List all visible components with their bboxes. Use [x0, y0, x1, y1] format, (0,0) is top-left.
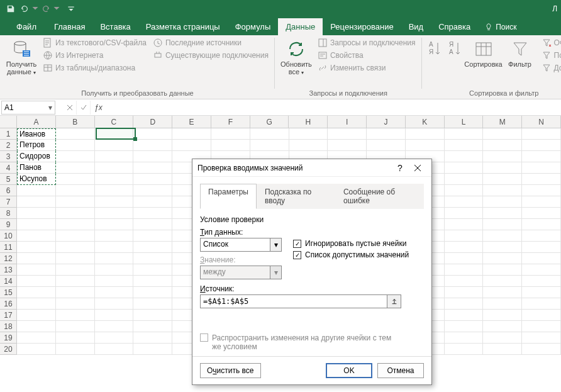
accept-formula-button[interactable]	[77, 101, 91, 115]
cell[interactable]	[95, 151, 134, 162]
search-tab[interactable]: Поиск	[478, 19, 523, 35]
cell[interactable]	[445, 151, 484, 162]
cell[interactable]	[483, 196, 522, 208]
row-header[interactable]: 14	[0, 276, 16, 287]
cell[interactable]	[17, 276, 56, 287]
cell[interactable]	[522, 287, 561, 298]
column-header[interactable]: F	[211, 116, 250, 128]
cell[interactable]	[367, 140, 406, 151]
properties-button[interactable]: Свойства	[315, 49, 418, 62]
existing-connections-button[interactable]: Существующие подключения	[150, 49, 271, 62]
cell[interactable]	[445, 128, 484, 140]
from-csv-button[interactable]: Из текстового/CSV-файла	[40, 36, 149, 49]
cell[interactable]	[95, 264, 134, 276]
row-header[interactable]: 4	[0, 162, 16, 174]
cell[interactable]	[56, 253, 95, 264]
cell[interactable]	[483, 242, 522, 253]
sort-asc-button[interactable]: AЯ	[426, 36, 445, 62]
cell[interactable]	[522, 208, 561, 219]
cell[interactable]	[17, 242, 56, 253]
dialog-help-button[interactable]: ?	[391, 160, 409, 176]
cell[interactable]	[17, 332, 56, 344]
edit-links-button[interactable]: Изменить связи	[315, 62, 418, 74]
ignore-empty-checkbox[interactable]: ✓ Игнорировать пустые ячейки	[293, 239, 409, 248]
get-data-button[interactable]: Получить данные ▾	[4, 36, 39, 79]
row-header[interactable]: 12	[0, 253, 16, 264]
column-header[interactable]: I	[328, 116, 367, 128]
cell[interactable]	[445, 196, 484, 208]
column-header[interactable]: G	[250, 116, 289, 128]
cell[interactable]	[328, 140, 367, 151]
cell[interactable]	[56, 208, 95, 219]
cell[interactable]	[95, 253, 134, 264]
column-header[interactable]: B	[56, 116, 95, 128]
cell[interactable]	[522, 140, 561, 151]
cell[interactable]	[172, 128, 211, 140]
select-all-cells[interactable]	[0, 116, 17, 128]
cell[interactable]	[56, 332, 95, 344]
cell[interactable]	[95, 344, 134, 355]
cell[interactable]	[17, 321, 56, 332]
cell[interactable]	[95, 219, 134, 230]
cell[interactable]	[133, 140, 172, 151]
from-table-button[interactable]: Из таблицы/диапазона	[40, 62, 149, 74]
cell[interactable]	[56, 298, 95, 310]
cell[interactable]	[406, 128, 445, 140]
reapply-filter-button[interactable]: Повтор	[539, 49, 561, 62]
cell[interactable]	[133, 344, 172, 355]
cell[interactable]	[56, 230, 95, 242]
row-header[interactable]: 17	[0, 310, 16, 321]
cell[interactable]: Петров	[17, 140, 56, 151]
cell[interactable]	[522, 151, 561, 162]
row-header[interactable]: 11	[0, 242, 16, 253]
source-input[interactable]	[200, 294, 387, 308]
cell[interactable]	[445, 140, 484, 151]
cell[interactable]	[17, 344, 56, 355]
row-header[interactable]: 5	[0, 174, 16, 185]
row-header[interactable]: 2	[0, 140, 16, 151]
cell[interactable]	[17, 310, 56, 321]
queries-connections-button[interactable]: Запросы и подключения	[315, 36, 418, 49]
refresh-all-button[interactable]: Обновить все ▾	[279, 36, 314, 79]
cell[interactable]	[95, 128, 134, 140]
name-box[interactable]: A1 ▾	[1, 101, 55, 115]
cell[interactable]	[56, 287, 95, 298]
cell[interactable]	[95, 321, 134, 332]
cell[interactable]	[406, 140, 445, 151]
cell[interactable]	[17, 185, 56, 196]
tab-help[interactable]: Справка	[431, 18, 478, 35]
cell[interactable]	[483, 185, 522, 196]
tab-data[interactable]: Данные	[278, 18, 323, 35]
cell[interactable]	[483, 253, 522, 264]
cell[interactable]	[483, 344, 522, 355]
cell[interactable]	[95, 242, 134, 253]
cell[interactable]	[483, 128, 522, 140]
cell[interactable]	[445, 344, 484, 355]
cell[interactable]	[522, 344, 561, 355]
row-header[interactable]: 8	[0, 208, 16, 219]
undo-dropdown[interactable]	[31, 2, 39, 16]
cell[interactable]	[133, 230, 172, 242]
cell[interactable]	[56, 174, 95, 185]
cell[interactable]	[17, 253, 56, 264]
cell[interactable]	[56, 276, 95, 287]
cancel-formula-button[interactable]	[63, 101, 77, 115]
cell[interactable]	[445, 321, 484, 332]
cell[interactable]	[133, 219, 172, 230]
recent-sources-button[interactable]: Последние источники	[150, 36, 271, 49]
column-header[interactable]: E	[172, 116, 211, 128]
cell[interactable]	[56, 219, 95, 230]
cell[interactable]	[133, 332, 172, 344]
cell[interactable]	[56, 344, 95, 355]
cell[interactable]	[445, 174, 484, 185]
cell[interactable]	[95, 230, 134, 242]
cell[interactable]	[56, 321, 95, 332]
cell[interactable]	[522, 174, 561, 185]
cell[interactable]	[133, 162, 172, 174]
row-header[interactable]: 6	[0, 185, 16, 196]
insert-function-button[interactable]: ƒx	[91, 103, 106, 112]
cancel-button[interactable]: Отмена	[377, 363, 424, 378]
cell[interactable]	[133, 276, 172, 287]
cell[interactable]	[522, 332, 561, 344]
cell[interactable]	[445, 287, 484, 298]
